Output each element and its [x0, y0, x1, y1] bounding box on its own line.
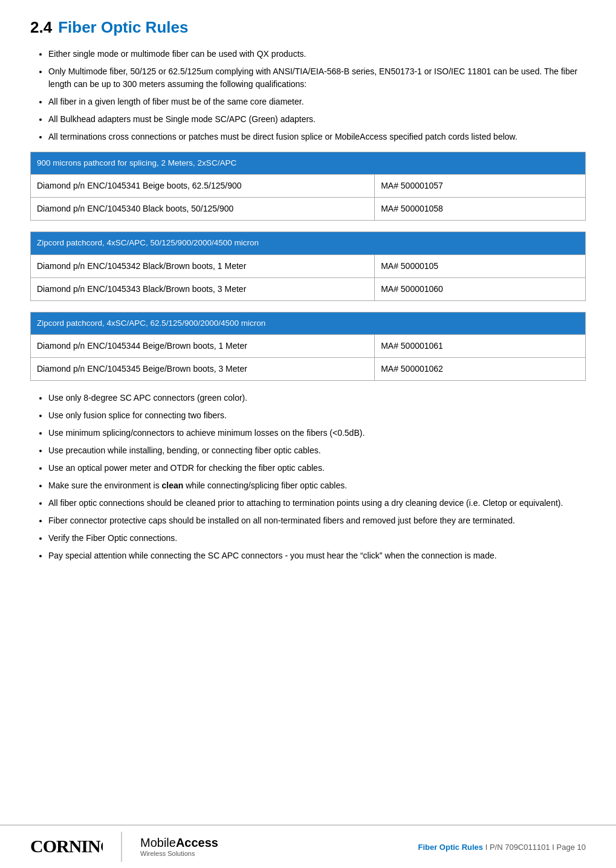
- table-header-row: Zipcord patchcord, 4xSC/APC, 62.5/125/90…: [31, 312, 586, 334]
- table-cell-ma: MA# 500001057: [375, 175, 586, 198]
- list-item: Verify the Fiber Optic connections.: [48, 532, 586, 545]
- bold-clean-text: clean: [162, 481, 184, 490]
- top-bullet-list: Either single mode or multimode fiber ca…: [30, 48, 586, 143]
- mobile-text: Mobile: [140, 836, 176, 849]
- table-cell-ma: MA# 50000105: [375, 254, 586, 277]
- table-row: Diamond p/n ENC/1045341 Beige boots, 62.…: [31, 175, 586, 198]
- table-header-cell: 900 microns pathcord for splicing, 2 Met…: [31, 152, 586, 175]
- list-item: All Bulkhead adapters must be Single mod…: [48, 113, 586, 126]
- list-item: All terminations cross connections or pa…: [48, 131, 586, 143]
- page-content: 2.4 Fiber Optic Rules Either single mode…: [0, 0, 616, 630]
- table-cell-ma: MA# 500001062: [375, 357, 586, 380]
- section-title: Fiber Optic Rules: [58, 18, 188, 37]
- table-row: Diamond p/n ENC/1045340 Black boots, 50/…: [31, 198, 586, 221]
- list-item: Use an optical power meter and OTDR for …: [48, 462, 586, 474]
- table-header-row: Zipcord patchcord, 4xSC/APC, 50/125/900/…: [31, 232, 586, 254]
- footer-pn: P/N 709C011101: [490, 843, 550, 852]
- table-cell-ma: MA# 500001061: [375, 334, 586, 357]
- list-item: All fiber optic connections should be cl…: [48, 497, 586, 510]
- footer-page: Page 10: [557, 843, 586, 852]
- page-footer: CORNING MobileAccess Wireless Solutions …: [0, 824, 616, 868]
- table-cell-ma: MA# 500001058: [375, 198, 586, 221]
- footer-separator2: I: [552, 843, 556, 852]
- list-item: Only Multimode fiber, 50/125 or 62.5/125…: [48, 65, 586, 91]
- table-row: Diamond p/n ENC/1045345 Beige/Brown boot…: [31, 357, 586, 380]
- list-item: All fiber in a given length of fiber mus…: [48, 96, 586, 108]
- bottom-bullet-list: Use only 8-degree SC APC connectors (gre…: [30, 392, 586, 562]
- table-cell-desc: Diamond p/n ENC/1045343 Black/Brown boot…: [31, 277, 375, 300]
- table-section-2: Zipcord patchcord, 4xSC/APC, 50/125/900/…: [30, 232, 586, 300]
- list-item: Use minimum splicing/connectors to achie…: [48, 427, 586, 439]
- list-item: Use only 8-degree SC APC connectors (gre…: [48, 392, 586, 404]
- section-heading: 2.4 Fiber Optic Rules: [30, 18, 586, 37]
- list-item: Use precaution while installing, bending…: [48, 444, 586, 457]
- footer-doc-title: Fiber Optic Rules: [418, 843, 483, 852]
- table-header-cell: Zipcord patchcord, 4xSC/APC, 50/125/900/…: [31, 232, 586, 254]
- wireless-solutions-text: Wireless Solutions: [140, 850, 218, 858]
- table-section-1: 900 microns pathcord for splicing, 2 Met…: [30, 152, 586, 221]
- mobileaccess-name: MobileAccess: [140, 835, 218, 850]
- list-item: Make sure the environment is clean while…: [48, 479, 586, 492]
- footer-divider: [121, 832, 122, 862]
- mobileaccess-block: MobileAccess Wireless Solutions: [140, 835, 218, 858]
- table-section-3: Zipcord patchcord, 4xSC/APC, 62.5/125/90…: [30, 312, 586, 381]
- section-number: 2.4: [30, 18, 52, 37]
- table-row: Diamond p/n ENC/1045342 Black/Brown boot…: [31, 254, 586, 277]
- footer-left: CORNING MobileAccess Wireless Solutions: [30, 832, 218, 862]
- table-header-row: 900 microns pathcord for splicing, 2 Met…: [31, 152, 586, 175]
- table-cell-desc: Diamond p/n ENC/1045341 Beige boots, 62.…: [31, 175, 375, 198]
- corning-text: CORNING: [30, 833, 103, 861]
- table-cell-desc: Diamond p/n ENC/1045340 Black boots, 50/…: [31, 198, 375, 221]
- list-item: Fiber connector protective caps should b…: [48, 514, 586, 527]
- list-item: Pay special attention while connecting t…: [48, 549, 586, 562]
- access-text: Access: [176, 836, 218, 849]
- table-cell-ma: MA# 500001060: [375, 277, 586, 300]
- table-row: Diamond p/n ENC/1045344 Beige/Brown boot…: [31, 334, 586, 357]
- parts-table-3: Zipcord patchcord, 4xSC/APC, 62.5/125/90…: [30, 312, 586, 381]
- list-item: Use only fusion splice for connecting tw…: [48, 409, 586, 422]
- corning-logo-svg: CORNING: [30, 833, 103, 857]
- table-header-cell: Zipcord patchcord, 4xSC/APC, 62.5/125/90…: [31, 312, 586, 334]
- parts-table-1: 900 microns pathcord for splicing, 2 Met…: [30, 152, 586, 221]
- list-item: Either single mode or multimode fiber ca…: [48, 48, 586, 60]
- table-cell-desc: Diamond p/n ENC/1045344 Beige/Brown boot…: [31, 334, 375, 357]
- table-cell-desc: Diamond p/n ENC/1045345 Beige/Brown boot…: [31, 357, 375, 380]
- svg-text:CORNING: CORNING: [30, 836, 103, 856]
- parts-table-2: Zipcord patchcord, 4xSC/APC, 50/125/900/…: [30, 232, 586, 300]
- footer-separator: I: [485, 843, 490, 852]
- corning-logo: CORNING: [30, 833, 103, 861]
- footer-right: Fiber Optic Rules I P/N 709C011101 I Pag…: [418, 843, 586, 852]
- table-cell-desc: Diamond p/n ENC/1045342 Black/Brown boot…: [31, 254, 375, 277]
- table-row: Diamond p/n ENC/1045343 Black/Brown boot…: [31, 277, 586, 300]
